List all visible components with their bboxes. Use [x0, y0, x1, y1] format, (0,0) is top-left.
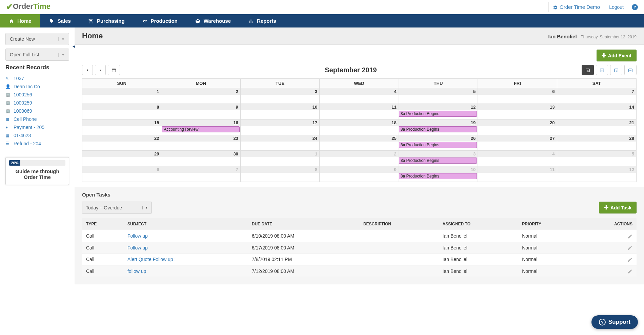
add-task-button[interactable]: ✚ Add Task	[599, 202, 637, 213]
calendar-cell[interactable]: 14	[557, 104, 636, 119]
recent-item[interactable]: 🏢1000256	[5, 91, 69, 99]
recent-item[interactable]: ☰Refund - 204	[5, 139, 69, 148]
calendar-cell[interactable]: 28	[557, 135, 636, 151]
nav-warehouse[interactable]: Warehouse	[186, 14, 240, 27]
calendar-cell[interactable]: 6	[82, 166, 161, 182]
calendar-event[interactable]: 8a Production Begins	[399, 173, 477, 179]
calendar-cell[interactable]: 27	[478, 135, 557, 151]
help-icon[interactable]: ?	[632, 4, 638, 10]
recent-item[interactable]: 🏢1000069	[5, 107, 69, 115]
nav-production[interactable]: Production	[134, 14, 186, 27]
calendar-cell[interactable]: 2	[320, 151, 399, 166]
nav-purchasing[interactable]: Purchasing	[80, 14, 134, 27]
edit-icon[interactable]	[627, 245, 632, 250]
tasks-column-header[interactable]: PRIORITY	[518, 218, 578, 230]
calendar-cell[interactable]: 4	[320, 88, 399, 104]
cal-view-week-button[interactable]: 7	[596, 65, 608, 75]
edit-icon[interactable]	[627, 233, 632, 239]
guide-box[interactable]: 20% Guide me through Order Time	[5, 157, 69, 185]
calendar-event[interactable]: 8a Production Begins	[399, 142, 477, 148]
calendar-cell[interactable]: 18	[320, 119, 399, 135]
tasks-filter-select[interactable]: Today + Overdue ▼	[82, 202, 152, 213]
calendar-event[interactable]: 8a Production Begins	[399, 157, 477, 164]
calendar-cell[interactable]: 3	[241, 88, 320, 104]
recent-item[interactable]: 👤Dean Inc Co	[5, 82, 69, 91]
cal-prev-button[interactable]	[82, 65, 93, 75]
gear-icon	[553, 4, 558, 10]
tasks-column-header[interactable]: DUE DATE	[248, 218, 359, 230]
calendar-cell[interactable]: 15	[82, 119, 161, 135]
create-new-button[interactable]: Create New ▼	[5, 33, 69, 45]
task-subject-link[interactable]: follow up	[127, 268, 146, 274]
cal-next-button[interactable]	[95, 65, 106, 75]
calendar-cell[interactable]: 9	[161, 104, 240, 119]
calendar-cell[interactable]: 1	[82, 88, 161, 104]
tasks-column-header[interactable]: SUBJECT	[123, 218, 248, 230]
calendar-cell[interactable]: 7	[161, 166, 240, 182]
calendar-cell[interactable]: 268a Production Begins	[399, 135, 478, 151]
cal-view-list-button[interactable]	[624, 65, 637, 75]
calendar-cell[interactable]: 38a Production Begins	[399, 151, 478, 166]
calendar-cell[interactable]: 22	[82, 135, 161, 151]
calendar-cell[interactable]: 4	[478, 151, 557, 166]
edit-icon[interactable]	[627, 268, 632, 274]
tasks-column-header[interactable]: DESCRIPTION	[359, 218, 439, 230]
edit-icon[interactable]	[627, 256, 632, 262]
calendar-cell[interactable]: 17	[241, 119, 320, 135]
recent-item[interactable]: ▦01-4623	[5, 131, 69, 139]
calendar-cell[interactable]: 1	[241, 151, 320, 166]
recent-item[interactable]: ▦Cell Phone	[5, 115, 69, 123]
calendar-cell[interactable]: 12	[557, 166, 636, 182]
calendar-cell[interactable]: 30	[161, 151, 240, 166]
calendar-cell[interactable]: 11	[478, 166, 557, 182]
cal-today-button[interactable]	[108, 65, 120, 75]
calendar-cell[interactable]: 20	[478, 119, 557, 135]
nav-home[interactable]: Home	[0, 14, 40, 27]
tasks-column-header[interactable]: ACTIONS	[578, 218, 637, 230]
calendar-cell[interactable]: 8	[82, 104, 161, 119]
calendar-cell[interactable]: 198a Production Begins	[399, 119, 478, 135]
calendar-cell[interactable]: 10	[241, 104, 320, 119]
tasks-column-header[interactable]: TYPE	[82, 218, 123, 230]
calendar-cell[interactable]: 108a Production Begins	[399, 166, 478, 182]
calendar-cell[interactable]: 29	[82, 151, 161, 166]
task-subject-link[interactable]: Follow up	[127, 245, 148, 250]
calendar-cell[interactable]: 24	[241, 135, 320, 151]
calendar-event[interactable]: 8a Production Begins	[399, 111, 477, 117]
calendar-cell[interactable]: 5	[399, 88, 478, 104]
calendar-cell[interactable]: 23	[161, 135, 240, 151]
calendar-cell[interactable]: 9	[320, 166, 399, 182]
task-subject-link[interactable]: Follow up	[127, 233, 148, 239]
calendar-event[interactable]: 8a Production Begins	[399, 126, 477, 132]
open-full-list-button[interactable]: Open Full List ▼	[5, 49, 69, 61]
calendar-cell[interactable]: 16Accounting Review	[161, 119, 240, 135]
sidebar-collapse-icon[interactable]: ◀	[73, 44, 75, 48]
calendar-cell[interactable]: 5	[557, 151, 636, 166]
task-subject-link[interactable]: Alert Quote Follow up !	[127, 257, 176, 262]
chevron-down-icon: ▼	[58, 53, 65, 57]
logo[interactable]: ✔OrderTime	[6, 2, 51, 12]
nav-sales[interactable]: Sales	[40, 14, 80, 27]
svg-rect-10	[629, 69, 632, 72]
nav-reports[interactable]: Reports	[240, 14, 285, 27]
cal-view-month-button[interactable]: 31	[582, 65, 594, 75]
order-time-demo-link[interactable]: Order Time Demo	[548, 2, 604, 12]
calendar-cell[interactable]: 21	[557, 119, 636, 135]
calendar-cell[interactable]: 6	[478, 88, 557, 104]
calendar-cell[interactable]: 11	[320, 104, 399, 119]
add-event-button[interactable]: ✚ Add Event	[597, 50, 637, 61]
calendar-cell[interactable]: 25	[320, 135, 399, 151]
logout-link[interactable]: Logout	[605, 2, 628, 12]
calendar-cell[interactable]: 2	[161, 88, 240, 104]
calendar-cell[interactable]: 13	[478, 104, 557, 119]
calendar-event[interactable]: Accounting Review	[162, 126, 239, 132]
recent-item[interactable]: ●Payment - 205	[5, 123, 69, 131]
calendar-cell[interactable]: 8	[241, 166, 320, 182]
recent-item[interactable]: ✎1037	[5, 74, 69, 82]
calendar-cell[interactable]: 7	[557, 88, 636, 104]
recent-item[interactable]: 🏢1000259	[5, 99, 69, 107]
tasks-column-header[interactable]: ASSIGNED TO	[439, 218, 518, 230]
svg-rect-3	[112, 69, 116, 70]
calendar-cell[interactable]: 128a Production Begins	[399, 104, 478, 119]
cal-view-day-button[interactable]: 1	[610, 65, 622, 75]
